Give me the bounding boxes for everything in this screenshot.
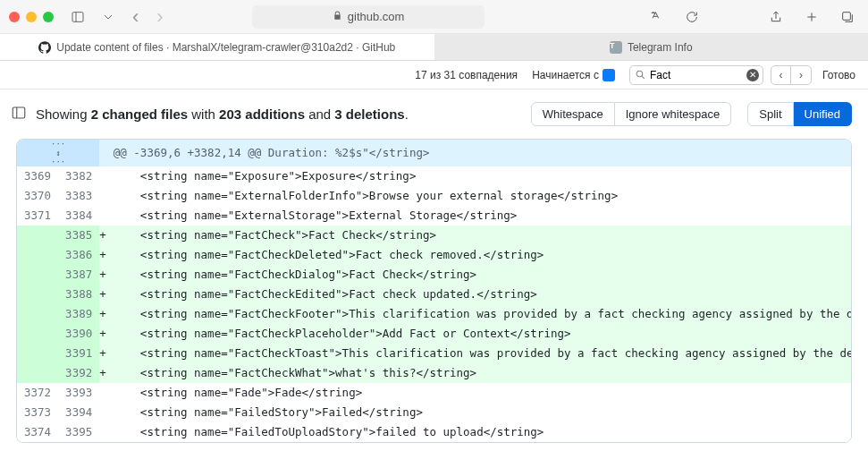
code-content[interactable]: <string name="FactCheckEdited">Fact chec…	[106, 285, 852, 304]
line-marker: +	[99, 265, 106, 285]
ignore-whitespace-button[interactable]: Ignore whitespace	[615, 102, 732, 126]
find-input-wrapper: ✕	[629, 65, 763, 85]
close-window-button[interactable]	[9, 12, 20, 22]
summary-with: with	[188, 106, 219, 122]
svg-rect-4	[843, 12, 851, 20]
line-marker: +	[99, 324, 106, 344]
translate-icon[interactable]	[645, 6, 668, 28]
code-content[interactable]: <string name="Exposure">Exposure</string…	[106, 166, 852, 186]
diff-summary-bar: Showing 2 changed files with 203 additio…	[0, 89, 868, 139]
hunk-header: ···↕···@@ -3369,6 +3382,14 @@ Duration: …	[17, 140, 852, 166]
code-content[interactable]: <string name="FailedToUploadStory">faile…	[106, 422, 852, 442]
search-icon	[635, 69, 646, 83]
tabs-overview-icon[interactable]	[836, 6, 859, 28]
find-stepper: ‹ ›	[771, 65, 812, 85]
line-marker: +	[99, 304, 106, 324]
code-content[interactable]: <string name="FactCheckPlaceholder">Add …	[106, 324, 852, 344]
whitespace-toggle: Whitespace Ignore whitespace	[531, 102, 731, 126]
code-content[interactable]: <string name="FactCheckDialog">Fact Chec…	[106, 265, 852, 285]
minimize-window-button[interactable]	[26, 12, 37, 22]
code-content[interactable]: <string name="FactCheckFooter">This clar…	[106, 304, 852, 324]
diff-line: 33743395 <string name="FailedToUploadSto…	[17, 422, 852, 442]
old-line-number: 3369	[17, 166, 58, 186]
hunk-text: @@ -3369,6 +3382,14 @@ Duration: %2$s"</…	[106, 140, 852, 166]
browser-toolbar: ‹ › github.com	[0, 0, 868, 34]
view-mode-toggle: Split Unified	[747, 102, 852, 126]
diff-line: 33723393 <string name="Fade">Fade</strin…	[17, 383, 852, 403]
code-content[interactable]: <string name="ExternalStorage">External …	[106, 206, 852, 226]
diff-line: 3390+ <string name="FactCheckPlaceholder…	[17, 324, 852, 344]
diff-table: ···↕···@@ -3369,6 +3382,14 @@ Duration: …	[17, 140, 852, 442]
address-bar[interactable]: github.com	[252, 5, 485, 29]
telegram-info-icon: T	[610, 41, 622, 54]
find-next-button[interactable]: ›	[791, 66, 811, 84]
find-prev-button[interactable]: ‹	[771, 66, 791, 84]
code-content[interactable]: <string name="FactCheckWhat">what's this…	[106, 363, 852, 383]
find-mode-indicator-icon	[603, 69, 615, 81]
summary-files: 2 changed files	[91, 106, 188, 122]
old-line-number: 3371	[17, 206, 58, 226]
old-line-number: 3372	[17, 383, 58, 403]
diff-line: 33713384 <string name="ExternalStorage">…	[17, 206, 852, 226]
diff-line: 33733394 <string name="FailedStory">Fail…	[17, 403, 852, 422]
share-icon[interactable]	[764, 6, 788, 28]
find-done-button[interactable]: Готово	[819, 69, 859, 81]
line-marker	[99, 422, 106, 442]
address-text: github.com	[348, 10, 405, 23]
diff-summary-text: Showing 2 changed files with 203 additio…	[36, 106, 409, 122]
back-button[interactable]: ‹	[127, 5, 144, 29]
reload-icon[interactable]	[680, 6, 704, 28]
old-line-number	[17, 265, 58, 285]
diff-line: 3386+ <string name="FactCheckDeleted">Fa…	[17, 245, 852, 265]
old-line-number	[17, 245, 58, 265]
new-line-number: 3394	[58, 403, 99, 422]
line-marker: +	[99, 344, 106, 363]
new-line-number: 3390	[58, 324, 99, 344]
svg-rect-0	[72, 12, 83, 21]
diff-line: 3392+ <string name="FactCheckWhat">what'…	[17, 363, 852, 383]
new-line-number: 3386	[58, 245, 99, 265]
old-line-number	[17, 344, 58, 363]
clear-find-icon[interactable]: ✕	[746, 69, 759, 81]
summary-deletions: 3 deletions	[334, 106, 404, 122]
chevron-down-icon[interactable]	[97, 6, 120, 28]
new-line-number: 3383	[58, 186, 99, 206]
svg-point-5	[636, 71, 643, 77]
diff-line: 3387+ <string name="FactCheckDialog">Fac…	[17, 265, 852, 285]
code-content[interactable]: <string name="ExternalFolderInfo">Browse…	[106, 186, 852, 206]
split-view-button[interactable]: Split	[747, 102, 793, 126]
tab-github[interactable]: Update content of files · MarshalX/teleg…	[0, 34, 434, 60]
find-match-count: 17 из 31 совпадения	[415, 69, 518, 81]
diff-line: 33693382 <string name="Exposure">Exposur…	[17, 166, 852, 186]
maximize-window-button[interactable]	[43, 12, 54, 22]
line-marker	[99, 383, 106, 403]
forward-button[interactable]: ›	[151, 5, 168, 29]
line-marker: +	[99, 245, 106, 265]
sidebar-toggle-icon[interactable]	[66, 6, 89, 28]
find-mode-selector[interactable]: Начинается с	[525, 67, 622, 83]
tab-telegram-info[interactable]: T Telegram Info	[434, 34, 869, 60]
code-content[interactable]: <string name="FailedStory">Failed</strin…	[106, 403, 852, 422]
github-icon	[38, 41, 51, 54]
code-content[interactable]: <string name="FactCheckDeleted">Fact che…	[106, 245, 852, 265]
new-line-number: 3382	[58, 166, 99, 186]
old-line-number	[17, 226, 58, 245]
old-line-number	[17, 304, 58, 324]
unified-view-button[interactable]: Unified	[794, 102, 852, 126]
code-content[interactable]: <string name="FactCheckToast">This clari…	[106, 344, 852, 363]
file-tree-toggle-icon[interactable]	[11, 105, 27, 123]
old-line-number: 3374	[17, 422, 58, 442]
line-marker: +	[99, 285, 106, 304]
lock-icon	[333, 10, 342, 23]
new-line-number: 3385	[58, 226, 99, 245]
new-line-number: 3391	[58, 344, 99, 363]
code-content[interactable]: <string name="Fade">Fade</string>	[106, 383, 852, 403]
code-content[interactable]: <string name="FactCheck">Fact Check</str…	[106, 226, 852, 245]
expand-hunk-button[interactable]: ···↕···	[17, 140, 99, 166]
line-marker: +	[99, 226, 106, 245]
line-marker	[99, 186, 106, 206]
window-controls	[9, 12, 54, 22]
find-input[interactable]	[650, 69, 743, 81]
whitespace-button[interactable]: Whitespace	[531, 102, 615, 126]
new-tab-icon[interactable]	[800, 6, 823, 28]
